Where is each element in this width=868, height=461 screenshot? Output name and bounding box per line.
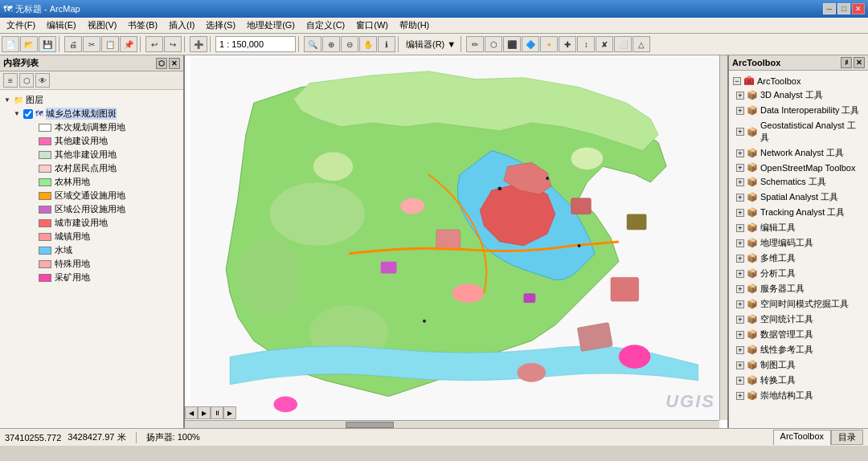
toolbox-item-cvt[interactable]: +📦转换工具 (734, 373, 866, 388)
scroll-right-button[interactable]: ▶ (198, 406, 211, 419)
editor-btn10[interactable]: △ (633, 36, 650, 52)
scale-input[interactable] (215, 36, 296, 52)
toolbox-item-spm[interactable]: +📦空间时间模式挖掘工具 (734, 296, 866, 312)
editor-btn9[interactable]: ⬜ (614, 36, 632, 52)
menu-window[interactable]: 窗口(W) (351, 18, 393, 32)
toolbox-item-lin[interactable]: +📦线性参考工具 (734, 342, 866, 357)
editor-btn5[interactable]: 🔸 (540, 36, 558, 52)
toolbox-expand-srv[interactable]: + (736, 285, 744, 293)
toolbox-root-item[interactable]: − 🧰 ArcToolbox (731, 74, 866, 88)
toolbox-expand-rmt[interactable]: + (736, 392, 744, 400)
redo-button[interactable]: ↪ (164, 36, 182, 52)
toolbox-expand-3d[interactable]: + (736, 92, 744, 100)
toolbox-expand-geo[interactable]: + (736, 128, 744, 136)
toc-source-btn[interactable]: ⬡ (19, 73, 34, 88)
scroll-pause-button[interactable]: ⏸ (211, 406, 223, 419)
toolbox-expand-di[interactable]: + (736, 107, 744, 115)
toolbox-item-srv[interactable]: +📦服务器工具 (734, 281, 866, 296)
minimize-button[interactable]: ─ (823, 3, 836, 14)
menu-help[interactable]: 帮助(H) (395, 18, 434, 32)
toolbox-expand-trk[interactable]: + (736, 209, 744, 217)
menu-view[interactable]: 视图(V) (83, 18, 122, 32)
toolbox-item-geo2[interactable]: +📦地理编码工具 (734, 235, 866, 251)
toolbox-item-crt[interactable]: +📦制图工具 (734, 357, 866, 373)
editor-btn1[interactable]: ✏ (466, 36, 484, 52)
editor-label[interactable]: 编辑器(R) ▼ (403, 39, 458, 51)
toolbox-item-dim[interactable]: +📦多维工具 (734, 251, 866, 266)
toolbox-item-trk[interactable]: +📦Tracking Analyst 工具 (734, 205, 866, 220)
toolbox-item-spt[interactable]: +📦空间统计工具 (734, 312, 866, 327)
map-scrollbar-vertical[interactable] (719, 55, 727, 420)
status-tab-catalog[interactable]: 目录 (831, 430, 863, 445)
scroll-play-button[interactable]: ▶ (223, 406, 236, 419)
toolbox-item-geo[interactable]: +📦Geostatistical Analyst 工具 (734, 118, 866, 145)
arctoolbox-close-button[interactable]: ✕ (854, 57, 865, 68)
toolbox-expand-ana[interactable]: + (736, 270, 744, 278)
toolbox-expand-dmg[interactable]: + (736, 331, 744, 339)
toolbox-item-rmt[interactable]: +📦崇地结构工具 (734, 388, 866, 403)
toolbox-item-dmg[interactable]: +📦数据管理工具 (734, 327, 866, 342)
editor-btn8[interactable]: ✘ (596, 36, 613, 52)
toolbox-expand-spa[interactable]: + (736, 194, 744, 202)
menu-custom[interactable]: 自定义(C) (301, 18, 350, 32)
map-scrollbar-horizontal[interactable] (185, 420, 719, 428)
toolbox-expand-lin[interactable]: + (736, 346, 744, 354)
toolbox-item-3d[interactable]: +📦3D Analyst 工具 (734, 88, 866, 103)
toolbox-expand-sch[interactable]: + (736, 178, 744, 186)
paste-button[interactable]: 📌 (120, 36, 137, 52)
arctoolbox-pin-button[interactable]: ♯ (841, 57, 852, 68)
zoom-full-button[interactable]: 🔍 (304, 36, 321, 52)
open-button[interactable]: 📂 (20, 36, 38, 52)
editor-btn3[interactable]: ⬛ (503, 36, 521, 52)
menu-file[interactable]: 文件(F) (2, 18, 40, 32)
menu-bookmark[interactable]: 书签(B) (123, 18, 162, 32)
toolbox-expand-crt[interactable]: + (736, 361, 744, 369)
undo-button[interactable]: ↩ (145, 36, 163, 52)
map-area[interactable]: UGIS ◀ ▶ ⏸ ▶ (185, 55, 727, 428)
menu-insert[interactable]: 插入(I) (164, 18, 199, 32)
editor-btn6[interactable]: ✚ (559, 36, 576, 52)
print-button[interactable]: 🖨 (64, 36, 82, 52)
add-data-button[interactable]: ➕ (190, 36, 207, 52)
maximize-button[interactable]: □ (837, 3, 850, 14)
panel-pin-button[interactable]: ⬡ (156, 58, 167, 69)
status-tab-arctoolbox[interactable]: ArcToolbox (773, 430, 831, 445)
toolbox-root-expand[interactable]: − (733, 77, 741, 85)
save-button[interactable]: 💾 (39, 36, 56, 52)
copy-button[interactable]: 📋 (101, 36, 119, 52)
menu-edit[interactable]: 编辑(E) (42, 18, 81, 32)
toolbox-expand-spt[interactable]: + (736, 316, 744, 324)
toolbox-item-edt[interactable]: +📦编辑工具 (734, 220, 866, 235)
new-map-button[interactable]: 📄 (2, 36, 19, 52)
identify-button[interactable]: ℹ (378, 36, 395, 52)
sublayer-checkbox[interactable] (23, 109, 33, 119)
menu-geoprocess[interactable]: 地理处理(G) (242, 18, 300, 32)
toolbox-expand-edt[interactable]: + (736, 224, 744, 232)
zoom-out-button[interactable]: ⊖ (341, 36, 358, 52)
close-button[interactable]: ✕ (852, 3, 865, 14)
zoom-in-button[interactable]: ⊕ (322, 36, 340, 52)
editor-btn4[interactable]: 🔷 (522, 36, 539, 52)
toolbox-item-net[interactable]: +📦Network Analyst 工具 (734, 145, 866, 161)
toolbox-item-di[interactable]: +📦Data Interoperability 工具 (734, 103, 866, 118)
toolbox-expand-cvt[interactable]: + (736, 377, 744, 385)
editor-btn2[interactable]: ⬡ (485, 36, 502, 52)
toolbox-expand-osm[interactable]: + (736, 164, 744, 172)
toc-list-btn[interactable]: ≡ (3, 73, 18, 88)
toc-vis-btn[interactable]: 👁 (35, 73, 50, 88)
panel-close-button[interactable]: ✕ (169, 58, 180, 69)
toc-sublayer[interactable]: ▼ 🗺 城乡总体规划图斑 (13, 107, 180, 120)
toolbox-expand-dim[interactable]: + (736, 255, 744, 263)
scroll-thumb-h[interactable] (346, 422, 394, 428)
toolbox-expand-net[interactable]: + (736, 149, 744, 157)
toolbox-item-ana[interactable]: +📦分析工具 (734, 266, 866, 281)
toolbox-item-spa[interactable]: +📦Spatial Analyst 工具 (734, 190, 866, 205)
pan-button[interactable]: ✋ (359, 36, 377, 52)
toc-layers-root[interactable]: ▼ 📁 图层 (3, 93, 180, 107)
toolbox-expand-spm[interactable]: + (736, 300, 744, 308)
toolbox-item-sch[interactable]: +📦Schematics 工具 (734, 174, 866, 190)
toolbox-item-osm[interactable]: +📦OpenStreetMap Toolbox (734, 161, 866, 174)
cut-button[interactable]: ✂ (83, 36, 100, 52)
menu-select[interactable]: 选择(S) (201, 18, 240, 32)
toolbox-expand-geo2[interactable]: + (736, 239, 744, 247)
